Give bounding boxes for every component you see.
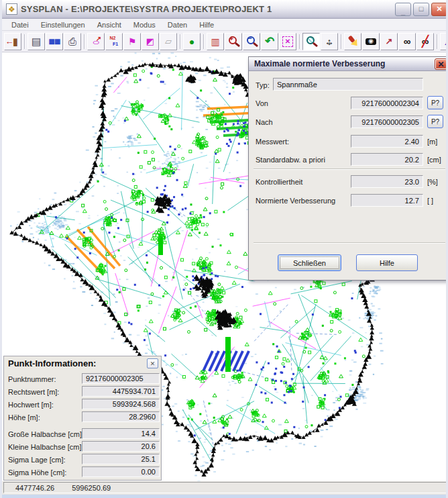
dialog-close-button[interactable]: ✕	[435, 58, 447, 70]
arrow-icon: ↗	[91, 31, 107, 47]
stdabw-field: 20.2	[351, 153, 423, 166]
hoehe-field: 28.2960	[82, 411, 160, 422]
kontrolliertheit-unit: [%]	[427, 178, 438, 186]
polygon-icon: ▱	[160, 34, 176, 50]
hochwert-label: Hochwert [m]:	[8, 401, 54, 409]
messwert-label: Messwert:	[256, 138, 289, 146]
punktnummer-field: 92176000002305	[82, 373, 160, 384]
plot-bird-button[interactable]: ●	[183, 33, 201, 50]
undo-arrow-icon: ↶	[262, 34, 278, 50]
toolbar-separator	[437, 34, 438, 49]
pan-horizontal-icon: ↔	[321, 34, 337, 50]
hoehe-label: Höhe [m]:	[8, 413, 40, 421]
measure-arrow-icon: ↗	[381, 34, 397, 50]
toolbar-separator	[84, 34, 85, 49]
punkt-informationen-panel: Punkt-Informationen: ✕ Punktnummer: 9217…	[3, 356, 162, 481]
bird-icon: ●	[184, 34, 200, 50]
error-ellipse-button[interactable]: ○↗	[87, 33, 105, 50]
scale-ruler-button[interactable]: ▥	[207, 33, 224, 50]
menu-daten[interactable]: Daten	[162, 20, 193, 30]
schliessen-button[interactable]: Schließen	[278, 254, 341, 271]
status-bar: 4477746.26 5996250.69	[2, 481, 448, 495]
close-icon: ✕	[437, 60, 444, 69]
menu-bar: Datei Einstellungen Ansicht Modus Daten …	[2, 19, 448, 31]
toolbar-separator	[180, 34, 181, 49]
flashlight-button[interactable]	[344, 33, 361, 50]
grid-magnifier-icon	[306, 36, 315, 44]
dialog-maximale-normierte-verbesserung: Maximale normierte Verbesserung ✕ Typ: S…	[248, 56, 448, 281]
dialog-title-bar: Maximale normierte Verbesserung ✕	[249, 57, 448, 71]
toolbar-separator	[341, 34, 342, 49]
panel-close-button[interactable]: ✕	[147, 358, 158, 368]
previous-view-button[interactable]: ↶	[261, 33, 278, 50]
select-region-button[interactable]: ◩	[142, 33, 159, 50]
polygon-button-disabled: ▱	[160, 33, 177, 50]
menu-ansicht[interactable]: Ansicht	[91, 20, 127, 30]
door-icon: ▮	[7, 34, 23, 50]
flag-button[interactable]: ⚑	[123, 33, 141, 50]
sigma-lage-field: 25.1	[82, 454, 160, 464]
kleine-halbachse-label: Kleine Halbachse [cm]:	[8, 443, 84, 451]
point-table-button[interactable]: ▦▦	[46, 33, 63, 50]
close-icon: ✕	[436, 5, 442, 13]
toolbar-separator	[203, 34, 205, 49]
von-point-lookup-button[interactable]: P?	[427, 96, 443, 109]
new-document-button[interactable]: ▤	[27, 33, 45, 50]
pan-vertical-icon: ↕	[321, 34, 337, 50]
kontrolliertheit-label: Kontrolliertheit	[256, 178, 302, 186]
find-button[interactable]: ∞	[398, 33, 416, 50]
von-field: 92176000002304	[351, 97, 423, 109]
hilfe-button[interactable]: Hilfe	[356, 254, 418, 271]
rechtswert-label: Rechtswert [m]:	[8, 388, 59, 396]
print-button[interactable]: ⎙	[64, 33, 81, 50]
zoom-grid-button-active[interactable]	[302, 33, 320, 50]
stdabw-unit: [cm]	[427, 156, 441, 164]
pan-button[interactable]: ↔↕	[321, 33, 338, 50]
nach-point-lookup-button[interactable]: P?	[427, 115, 443, 128]
point-test-button[interactable]: N2F1	[105, 33, 123, 50]
grosse-halbachse-field: 14.4	[82, 428, 160, 439]
menu-datei[interactable]: Datei	[5, 20, 35, 30]
visibility-button[interactable]: ◉	[362, 33, 380, 50]
find-off-button[interactable]: ∞╱	[416, 33, 434, 50]
menu-einstellungen[interactable]: Einstellungen	[35, 20, 91, 30]
toolbar-separator	[24, 34, 25, 49]
exit-button[interactable]: ▮←	[4, 33, 21, 50]
show-labels-button[interactable]: A	[440, 33, 448, 50]
nach-label: Nach	[256, 118, 273, 126]
printer-icon: ⎙	[64, 34, 80, 50]
magnifier-icon	[229, 36, 237, 44]
sigma-lage-label: Sigma Lage [cm]:	[8, 456, 66, 464]
application-window: ❖ SYSPLAN - E:\PROJEKTE\SYSTRA PROJEKTE\…	[0, 0, 448, 498]
typ-label: Typ:	[256, 81, 270, 89]
maximize-button[interactable]: □	[413, 3, 429, 16]
eye-icon: ◉	[366, 38, 376, 45]
document-icon: ▤	[28, 34, 44, 50]
stdabw-label: Standardabw. a priori	[256, 156, 325, 164]
kontrolliertheit-field: 23.0	[351, 175, 423, 188]
close-button[interactable]: ✕	[431, 3, 447, 16]
zoom-out-button[interactable]: −	[243, 33, 260, 50]
measure-distance-button[interactable]: ↗	[380, 33, 398, 50]
panel-title: Punkt-Informationen:	[8, 358, 96, 368]
coordinate-display: 4477746.26 5996250.69	[3, 482, 448, 493]
nach-field: 92176000002305	[351, 115, 423, 128]
dialog-separator	[254, 168, 445, 170]
flashlight-icon	[341, 30, 364, 53]
slash-icon: ╱	[417, 34, 433, 50]
status-y-coordinate: 5996250.69	[72, 484, 111, 492]
toolbar-separator	[299, 34, 300, 49]
zoom-in-button[interactable]: +	[225, 33, 242, 50]
grosse-halbachse-label: Große Halbachse [cm]:	[8, 430, 84, 438]
dialog-separator	[254, 242, 445, 244]
messwert-field: 2.40	[351, 135, 423, 148]
table-icon: ▦▦	[46, 34, 62, 50]
zoom-window-button[interactable]: ✕	[279, 33, 296, 50]
n2-label-icon: N2	[105, 30, 121, 46]
ruler-icon: ▥	[207, 34, 223, 50]
menu-hilfe[interactable]: Hilfe	[193, 20, 220, 30]
normierte-verbesserung-field: 12.7	[351, 194, 423, 207]
minimize-button[interactable]: _	[395, 3, 411, 16]
menu-modus[interactable]: Modus	[127, 20, 162, 30]
sigma-hoehe-field: 0.00	[82, 466, 160, 477]
